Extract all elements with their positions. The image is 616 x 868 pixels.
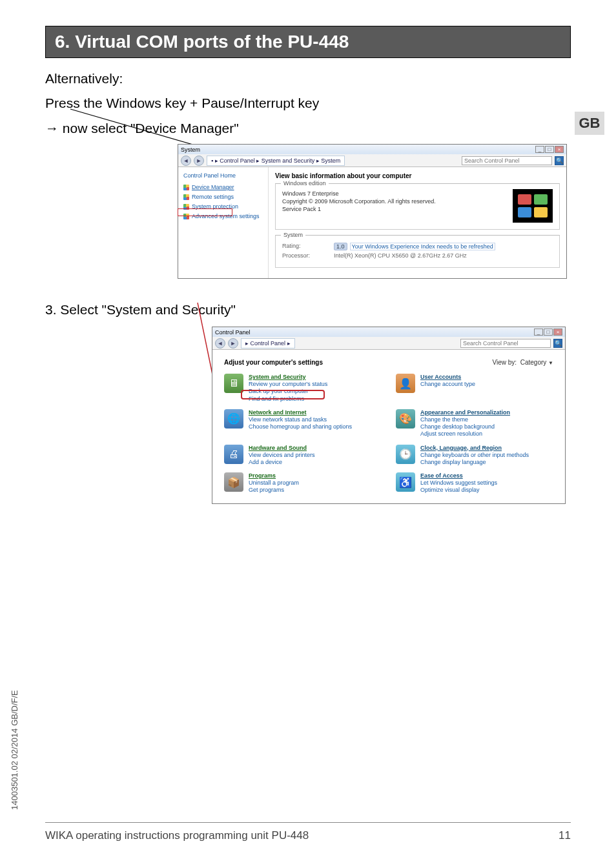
hardware-icon: 🖨 [224, 445, 243, 464]
shield-icon [183, 185, 189, 190]
system-legend: System [281, 232, 305, 238]
processor-value: Intel(R) Xeon(R) CPU X5650 @ 2.67GHz 2.6… [334, 252, 467, 259]
cat-title[interactable]: Hardware and Sound [249, 445, 314, 451]
appearance-icon: 🎨 [396, 409, 415, 429]
cat-sub[interactable]: View devices and printers [249, 452, 314, 459]
viewby-label: View by: [493, 359, 517, 366]
cat-sub[interactable]: Change desktop background [420, 423, 510, 430]
footer-left: WIKA operating instructions programming … [45, 829, 309, 842]
windows-logo-icon [513, 189, 553, 223]
user-accounts-icon: 👤 [396, 374, 415, 393]
cat-sub[interactable]: Uninstall a program [249, 479, 299, 487]
search-go-icon[interactable]: 🔍 [553, 339, 562, 348]
cat-title[interactable]: System and Security [249, 374, 327, 380]
shield-icon [183, 194, 189, 200]
close-button[interactable]: × [553, 328, 562, 336]
system-window: System _ □ × ◄ ► ▪ ▸ Control Panel ▸ Sys… [178, 144, 567, 279]
cat-sub[interactable]: View network status and tasks [249, 416, 352, 423]
intro-line2: Press the Windows key + Pause/Interrupt … [45, 94, 571, 112]
rating-score: 1.0 [334, 243, 347, 250]
page-number: 11 [559, 829, 571, 842]
network-icon: 🌐 [224, 409, 243, 429]
device-manager-link[interactable]: Device Manager [183, 184, 263, 190]
highlight-system-security [241, 390, 325, 399]
processor-label: Processor: [282, 252, 321, 259]
search-go-icon[interactable]: 🔍 [555, 156, 564, 165]
cat-title[interactable]: Network and Internet [249, 409, 352, 416]
nav-back-button[interactable]: ◄ [181, 156, 191, 166]
cat-clock-language[interactable]: 🕒Clock, Language, and RegionChange keybo… [396, 445, 553, 467]
window-title: Control Panel [215, 329, 251, 336]
highlight-device-manager [178, 208, 232, 216]
adjust-settings-label: Adjust your computer's settings [224, 359, 323, 366]
close-button[interactable]: × [555, 146, 564, 153]
cat-sub[interactable]: Get programs [249, 487, 299, 494]
cat-sub[interactable]: Let Windows suggest settings [420, 479, 497, 487]
cat-network-internet[interactable]: 🌐Network and InternetView network status… [224, 409, 382, 438]
chevron-down-icon[interactable]: ▼ [548, 360, 553, 366]
maximize-button[interactable]: □ [544, 328, 553, 336]
edition-legend: Windows edition [281, 180, 329, 187]
nav-back-button[interactable]: ◄ [215, 338, 225, 348]
remote-settings-link[interactable]: Remote settings [183, 194, 263, 200]
cat-sub[interactable]: Adjust screen resolution [420, 430, 510, 438]
cat-sub[interactable]: Change display language [420, 459, 529, 466]
minimize-button[interactable]: _ [534, 328, 543, 336]
cat-sub[interactable]: Optimize visual display [420, 487, 497, 494]
edition-line2: Copyright © 2009 Microsoft Corporation. … [282, 198, 436, 205]
rating-link[interactable]: Your Windows Experience Index needs to b… [350, 243, 495, 250]
cat-title[interactable]: User Accounts [420, 374, 475, 380]
edition-line1: Windows 7 Enterprise [282, 190, 436, 197]
system-security-icon: 🖥 [224, 374, 243, 393]
cat-ease-of-access[interactable]: ♿Ease of AccessLet Windows suggest setti… [396, 472, 553, 494]
language-tag: GB [575, 112, 604, 135]
cat-appearance[interactable]: 🎨Appearance and PersonalizationChange th… [396, 409, 553, 438]
rating-label: Rating: [282, 243, 321, 250]
main-header: View basic information about your comput… [275, 172, 560, 179]
cat-title[interactable]: Appearance and Personalization [420, 409, 510, 416]
control-panel-home-link[interactable]: Control Panel Home [183, 172, 263, 179]
cat-sub[interactable]: Change account type [420, 381, 475, 388]
search-input[interactable]: Search Control Panel [462, 156, 552, 165]
cat-title[interactable]: Ease of Access [420, 472, 497, 479]
intro-line3: → now select "Device Manager" [45, 119, 571, 137]
cat-title[interactable]: Clock, Language, and Region [420, 445, 529, 451]
cat-user-accounts[interactable]: 👤User AccountsChange account type [396, 374, 553, 403]
cat-programs[interactable]: 📦ProgramsUninstall a programGet programs [224, 472, 382, 494]
window-title: System [181, 146, 200, 153]
cat-sub[interactable]: Choose homegroup and sharing options [249, 423, 352, 430]
cat-title[interactable]: Programs [249, 472, 299, 479]
minimize-button[interactable]: _ [535, 146, 544, 153]
breadcrumb[interactable]: ▸ Control Panel ▸ [241, 338, 295, 348]
device-manager-label: Device Manager [192, 184, 234, 190]
maximize-button[interactable]: □ [545, 146, 554, 153]
cat-hardware-sound[interactable]: 🖨Hardware and SoundView devices and prin… [224, 445, 382, 467]
cat-sub[interactable]: Review your computer's status [249, 381, 327, 388]
control-panel-window: Control Panel _ □ × ◄ ► ▸ Control Panel … [212, 327, 566, 504]
cat-sub[interactable]: Add a device [249, 459, 314, 466]
ease-access-icon: ♿ [396, 472, 415, 492]
viewby-value[interactable]: Category [520, 359, 547, 366]
search-input[interactable]: Search Control Panel [460, 339, 551, 348]
nav-forward-button[interactable]: ► [228, 338, 238, 348]
cat-sub[interactable]: Change keyboards or other input methods [420, 452, 529, 459]
intro-line1: Alternatively: [45, 70, 571, 88]
programs-icon: 📦 [224, 472, 243, 492]
clock-icon: 🕒 [396, 445, 415, 464]
edition-line3: Service Pack 1 [282, 206, 436, 212]
breadcrumb[interactable]: ▪ ▸ Control Panel ▸ System and Security … [207, 156, 345, 166]
doc-id-sidebar: 14003501.02 02/2014 GB/D/F/E [10, 690, 19, 810]
section-heading: 6. Virtual COM ports of the PU-448 [45, 26, 571, 58]
step3-text: 3. Select "System and Security" [45, 302, 571, 318]
nav-forward-button[interactable]: ► [194, 156, 204, 166]
remote-settings-label: Remote settings [192, 194, 234, 200]
cat-sub[interactable]: Change the theme [420, 416, 510, 423]
